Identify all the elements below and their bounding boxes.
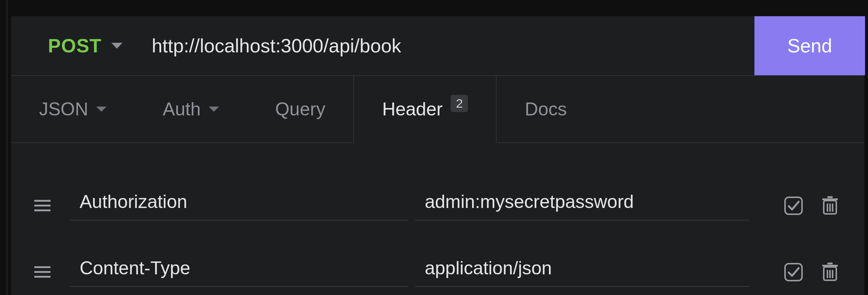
svg-marker-0 bbox=[111, 43, 122, 49]
header-key-input[interactable]: Content-Type bbox=[70, 257, 408, 287]
toggle-enabled-icon[interactable] bbox=[784, 196, 803, 215]
left-guide bbox=[7, 0, 7, 295]
tab-body[interactable]: JSON bbox=[11, 76, 135, 142]
svg-rect-14 bbox=[34, 271, 51, 273]
tab-query[interactable]: Query bbox=[247, 76, 353, 142]
tab-header[interactable]: Header 2 bbox=[353, 76, 497, 142]
svg-rect-6 bbox=[785, 197, 802, 214]
http-method-select[interactable]: POST bbox=[11, 16, 137, 75]
header-value-input[interactable]: application/json bbox=[415, 257, 749, 287]
url-input[interactable]: http://localhost:3000/api/book bbox=[137, 16, 754, 75]
tab-docs[interactable]: Docs bbox=[497, 76, 595, 142]
svg-marker-2 bbox=[209, 107, 219, 112]
svg-rect-15 bbox=[34, 276, 51, 278]
header-key-input[interactable]: Authorization bbox=[70, 191, 408, 221]
svg-rect-22 bbox=[832, 270, 833, 278]
url-bar: POST http://localhost:3000/api/book Send bbox=[11, 16, 864, 76]
svg-rect-16 bbox=[785, 264, 802, 281]
header-row: Authorization admin:mysecretpassword bbox=[11, 173, 864, 239]
tab-header-label: Header bbox=[382, 98, 442, 120]
header-row: Content-Type application/json bbox=[11, 239, 864, 295]
svg-rect-8 bbox=[822, 198, 838, 200]
svg-rect-10 bbox=[827, 204, 828, 212]
request-tabs: JSON Auth Query Header 2 Docs bbox=[11, 76, 864, 143]
header-value-input[interactable]: admin:mysecretpassword bbox=[415, 191, 749, 221]
caret-down-icon bbox=[209, 106, 219, 112]
http-method-label: POST bbox=[48, 35, 102, 57]
tab-docs-label: Docs bbox=[525, 98, 567, 120]
request-panel: POST http://localhost:3000/api/book Send… bbox=[11, 16, 864, 295]
tab-query-label: Query bbox=[275, 98, 325, 120]
svg-rect-11 bbox=[829, 204, 831, 212]
svg-rect-20 bbox=[827, 270, 828, 278]
caret-down-icon bbox=[111, 42, 122, 49]
svg-rect-5 bbox=[34, 209, 51, 211]
tab-auth-label: Auth bbox=[163, 98, 201, 120]
drag-handle-icon[interactable] bbox=[29, 266, 55, 279]
header-count-badge: 2 bbox=[451, 95, 468, 112]
tab-auth[interactable]: Auth bbox=[135, 76, 247, 142]
svg-rect-21 bbox=[829, 270, 831, 278]
header-row-actions bbox=[784, 263, 846, 282]
svg-rect-13 bbox=[34, 266, 51, 268]
svg-rect-18 bbox=[822, 265, 838, 267]
caret-down-icon bbox=[96, 106, 107, 112]
header-row-actions bbox=[784, 196, 846, 215]
svg-rect-12 bbox=[832, 204, 833, 212]
svg-rect-4 bbox=[34, 205, 51, 206]
send-button[interactable]: Send bbox=[754, 16, 865, 75]
toggle-enabled-icon[interactable] bbox=[784, 263, 803, 282]
delete-icon[interactable] bbox=[822, 196, 839, 215]
headers-list: Authorization admin:mysecretpassword bbox=[11, 143, 864, 295]
drag-handle-icon[interactable] bbox=[29, 199, 55, 212]
svg-rect-19 bbox=[827, 263, 833, 264]
tab-body-label: JSON bbox=[39, 98, 88, 120]
svg-rect-3 bbox=[34, 200, 51, 202]
svg-marker-1 bbox=[96, 107, 107, 112]
svg-rect-9 bbox=[827, 196, 833, 198]
delete-icon[interactable] bbox=[822, 263, 839, 282]
